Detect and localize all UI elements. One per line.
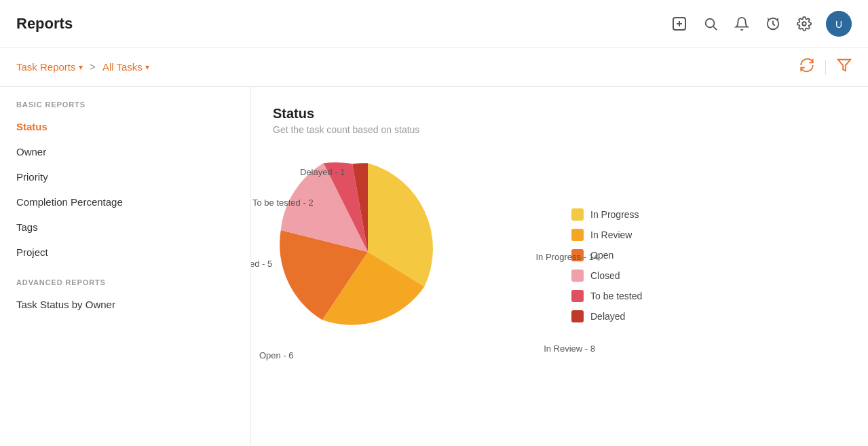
legend-label-in-progress: In Progress (590, 209, 639, 220)
page-title: Reports (16, 15, 73, 33)
svg-text:U: U (835, 19, 842, 30)
legend-item-in-review: In Review (571, 229, 642, 241)
sidebar-item-owner[interactable]: Owner (0, 139, 250, 164)
legend-color-open (571, 249, 584, 261)
content-area: Status Get the task count based on statu… (251, 87, 868, 446)
legend-color-in-progress (571, 208, 584, 221)
basic-reports-label: BASIC REPORTS (0, 100, 250, 114)
sidebar-item-priority[interactable]: Priority (0, 164, 250, 189)
pie-chart (273, 157, 463, 347)
svg-line-4 (713, 26, 717, 30)
sidebar-content: BASIC REPORTS Status Owner Priority Comp… (0, 87, 250, 446)
label-closed: Closed - 5 (251, 259, 272, 269)
legend-item-closed: Closed (571, 270, 642, 282)
pie-chart-wrapper: In Progress - 14 In Review - 8 Open - 6 … (273, 157, 490, 374)
label-in-review: In Review - 8 (544, 343, 595, 354)
content-title: Status (273, 106, 846, 122)
legend-label-open: Open (590, 250, 614, 261)
sidebar-item-task-status-by-owner[interactable]: Task Status by Owner (0, 292, 250, 317)
legend-item-delayed: Delayed (571, 310, 642, 322)
legend-item-to-be-tested: To be tested (571, 290, 642, 302)
legend-item-open: Open (571, 249, 642, 261)
sidebar-item-tags[interactable]: Tags (0, 215, 250, 240)
breadcrumb-icons (799, 58, 852, 76)
all-tasks-link[interactable]: All Tasks ▾ (102, 61, 149, 73)
legend-label-delayed: Delayed (590, 311, 625, 322)
breadcrumb-separator: > (90, 61, 96, 73)
header: Reports (0, 0, 868, 48)
header-icons: U (670, 11, 852, 37)
clock-icon[interactable] (763, 14, 782, 33)
filter-icon[interactable] (837, 58, 852, 76)
breadcrumb: Task Reports ▾ > All Tasks ▾ (0, 48, 868, 87)
breadcrumb-left: Task Reports ▾ > All Tasks ▾ (16, 61, 149, 73)
svg-point-3 (706, 18, 715, 27)
legend-color-in-review (571, 229, 584, 241)
add-icon[interactable] (670, 14, 689, 33)
legend-color-closed (571, 270, 584, 282)
content-subtitle: Get the task count based on status (273, 124, 846, 135)
sidebar: BASIC REPORTS Status Owner Priority Comp… (0, 87, 251, 446)
legend-label-to-be-tested: To be tested (590, 291, 642, 301)
legend-color-delayed (571, 310, 584, 322)
label-open: Open - 6 (259, 350, 294, 360)
search-icon[interactable] (701, 14, 720, 33)
breadcrumb-divider (825, 60, 826, 75)
chart-container: In Progress - 14 In Review - 8 Open - 6 … (273, 157, 846, 374)
svg-marker-9 (838, 60, 850, 71)
task-reports-link[interactable]: Task Reports ▾ (16, 61, 83, 73)
svg-point-6 (802, 22, 806, 26)
sidebar-item-status[interactable]: Status (0, 114, 250, 139)
legend-color-to-be-tested (571, 290, 584, 302)
legend: In Progress In Review Open Closed To be … (571, 208, 642, 322)
legend-item-in-progress: In Progress (571, 208, 642, 221)
legend-label-in-review: In Review (590, 229, 632, 240)
gear-icon[interactable] (795, 14, 814, 33)
advanced-reports-label: ADVANCED REPORTS (0, 278, 250, 292)
main-layout: BASIC REPORTS Status Owner Priority Comp… (0, 87, 868, 446)
legend-label-closed: Closed (590, 270, 620, 281)
sidebar-item-project[interactable]: Project (0, 240, 250, 265)
bell-icon[interactable] (732, 14, 751, 33)
sidebar-item-completion[interactable]: Completion Percentage (0, 189, 250, 215)
refresh-icon[interactable] (799, 58, 814, 76)
avatar[interactable]: U (826, 11, 852, 37)
